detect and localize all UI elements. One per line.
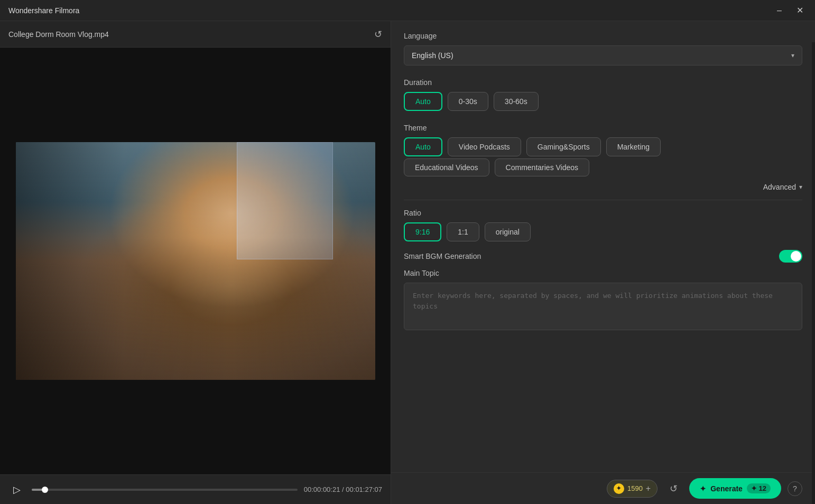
window-controls: – ✕ bbox=[774, 4, 807, 16]
advanced-arrow-icon: ▾ bbox=[799, 183, 802, 191]
bottom-spacer bbox=[404, 330, 802, 367]
language-selected: English (US) bbox=[412, 51, 453, 60]
progress-track[interactable] bbox=[32, 489, 298, 491]
ratio-options: 9:16 1:1 original bbox=[404, 222, 802, 241]
progress-thumb bbox=[42, 487, 48, 493]
bottom-bar: ✦ 1590 + ↺ ✦ Generate ✦ 12 ? bbox=[391, 472, 815, 504]
generate-icon: ✦ bbox=[700, 484, 706, 493]
main-topic-input[interactable] bbox=[404, 283, 802, 330]
theme-gaming-sports-button[interactable]: Gaming&Sports bbox=[526, 137, 601, 156]
theme-options-row2: Educational Videos Commentaries Videos bbox=[404, 158, 802, 176]
dropdown-arrow-icon: ▾ bbox=[791, 52, 794, 59]
app-title: Wondershare Filmora bbox=[8, 6, 79, 15]
generate-count-badge: ✦ 12 bbox=[747, 483, 771, 493]
credit-plus-button[interactable]: + bbox=[646, 484, 651, 493]
ratio-9-16-button[interactable]: 9:16 bbox=[404, 222, 441, 241]
advanced-label: Advanced bbox=[763, 183, 796, 191]
ratio-original-button[interactable]: original bbox=[485, 222, 531, 241]
theme-educational-button[interactable]: Educational Videos bbox=[404, 158, 489, 176]
time-separator: / bbox=[342, 486, 344, 493]
smart-bgm-label: Smart BGM Generation bbox=[404, 252, 481, 260]
duration-label: Duration bbox=[404, 78, 802, 87]
right-panel: Language English (US) ▾ Duration Auto 0-… bbox=[391, 21, 815, 504]
current-time: 00:00:00:21 bbox=[304, 486, 340, 493]
duration-30-60s-button[interactable]: 30-60s bbox=[494, 92, 539, 111]
video-thumbnail bbox=[16, 142, 375, 380]
credit-amount: 1590 bbox=[627, 484, 643, 492]
video-controls: ▷ 00:00:00:21 / 00:01:27:07 bbox=[0, 474, 391, 504]
left-panel: College Dorm Room Vlog.mp4 ↺ ▷ 00:00:00:… bbox=[0, 21, 391, 504]
theme-video-podcasts-button[interactable]: Video Podcasts bbox=[448, 137, 521, 156]
toggle-knob bbox=[791, 251, 801, 262]
credit-icon: ✦ bbox=[614, 483, 624, 494]
theme-label: Theme bbox=[404, 124, 802, 132]
divider bbox=[404, 200, 802, 200]
theme-options-row1: Auto Video Podcasts Gaming&Sports Market… bbox=[404, 137, 802, 156]
main-layout: College Dorm Room Vlog.mp4 ↺ ▷ 00:00:00:… bbox=[0, 21, 815, 504]
main-topic-label: Main Topic bbox=[404, 269, 802, 277]
refresh-action-icon: ↺ bbox=[670, 483, 678, 494]
generate-label: Generate bbox=[710, 484, 743, 493]
ratio-label: Ratio bbox=[404, 209, 802, 217]
generate-button[interactable]: ✦ Generate ✦ 12 bbox=[689, 478, 781, 499]
titlebar: Wondershare Filmora – ✕ bbox=[0, 0, 815, 21]
credit-badge: ✦ 1590 + bbox=[607, 480, 657, 498]
generate-count: 12 bbox=[759, 484, 766, 492]
help-button[interactable]: ? bbox=[788, 481, 802, 496]
scrollbar[interactable] bbox=[812, 42, 815, 504]
duration-auto-button[interactable]: Auto bbox=[404, 92, 442, 111]
theme-marketing-button[interactable]: Marketing bbox=[606, 137, 661, 156]
ratio-1-1-button[interactable]: 1:1 bbox=[447, 222, 479, 241]
theme-commentaries-button[interactable]: Commentaries Videos bbox=[495, 158, 589, 176]
minimize-button[interactable]: – bbox=[774, 4, 785, 16]
advanced-section[interactable]: Advanced ▾ bbox=[404, 179, 802, 195]
file-bar: College Dorm Room Vlog.mp4 ↺ bbox=[0, 21, 391, 48]
time-display: 00:00:00:21 / 00:01:27:07 bbox=[304, 486, 382, 493]
generate-icon-2: ✦ bbox=[751, 484, 757, 492]
duration-0-30s-button[interactable]: 0-30s bbox=[448, 92, 488, 111]
play-icon: ▷ bbox=[13, 484, 21, 496]
video-container bbox=[0, 48, 391, 474]
file-name: College Dorm Room Vlog.mp4 bbox=[8, 30, 109, 39]
refresh-button[interactable]: ↺ bbox=[374, 29, 382, 40]
refresh-action-button[interactable]: ↺ bbox=[664, 479, 683, 498]
smart-bgm-toggle[interactable] bbox=[779, 250, 802, 263]
language-label: Language bbox=[404, 32, 802, 40]
theme-auto-button[interactable]: Auto bbox=[404, 137, 442, 156]
close-button[interactable]: ✕ bbox=[793, 4, 807, 16]
credit-icon-symbol: ✦ bbox=[616, 485, 621, 492]
language-dropdown[interactable]: English (US) ▾ bbox=[404, 45, 802, 66]
duration-options: Auto 0-30s 30-60s bbox=[404, 92, 802, 111]
video-frame bbox=[16, 142, 375, 380]
smart-bgm-row: Smart BGM Generation bbox=[404, 250, 802, 263]
play-button[interactable]: ▷ bbox=[8, 481, 25, 498]
total-time: 00:01:27:07 bbox=[346, 486, 382, 493]
